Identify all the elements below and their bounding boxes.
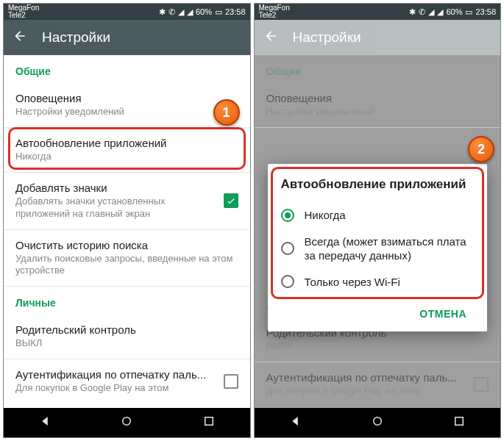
item-notifications-sub: Настройки уведомлений: [15, 106, 238, 118]
item-add-icons-sub: Добавлять значки установленных приложени…: [15, 196, 218, 220]
nav-bar-r: [255, 408, 501, 437]
item-fingerprint-title: Аутентификация по отпечатку паль...: [15, 368, 218, 381]
battery-pct-r: 60%: [446, 7, 462, 16]
page-title: Настройки: [42, 29, 110, 46]
status-bar-r: MegaFon Tele2 ✱ ✆ ◢ ◢ 60% ▭ 23:58: [255, 4, 501, 20]
cancel-button[interactable]: ОТМЕНА: [412, 302, 474, 326]
page-title-r: Настройки: [293, 29, 361, 46]
signal-2-icon: ◢: [437, 7, 443, 17]
item-clear-history-title: Очистить историю поиска: [15, 239, 238, 251]
radio-always-label: Всегда (может взиматься плата за передач…: [305, 234, 475, 263]
item-clear-history[interactable]: Очистить историю поиска Удалить поисковы…: [4, 230, 250, 287]
status-right-r: ✱ ✆ ◢ ◢ 60% ▭ 23:58: [409, 7, 496, 17]
nav-recent-icon[interactable]: [452, 415, 466, 431]
nav-recent-icon[interactable]: [202, 415, 216, 431]
item-autoupdate-title: Автообновление приложений: [15, 137, 238, 149]
battery-icon: ▭: [465, 7, 472, 17]
status-bar: MegaFon Tele2 ✱ ✆ ◢ ◢ 60% ▭ 23:58: [4, 4, 250, 20]
svg-rect-3: [455, 417, 464, 426]
vibrate-icon: ✆: [419, 7, 425, 17]
settings-content-r: Общие Оповещения Настройки уведомлений Л…: [255, 55, 501, 408]
radio-option-wifi[interactable]: Только через Wi-Fi: [281, 269, 475, 295]
radio-wifi[interactable]: [281, 275, 294, 288]
nav-home-icon[interactable]: [371, 415, 384, 431]
radio-option-always[interactable]: Всегда (может взиматься плата за передач…: [281, 229, 475, 269]
checkbox-add-icons[interactable]: [224, 193, 238, 208]
signal-1-icon: ◢: [178, 7, 184, 17]
item-add-icons[interactable]: Добавлять значки Добавлять значки устано…: [4, 173, 250, 230]
radio-wifi-label: Только через Wi-Fi: [305, 275, 400, 290]
autoupdate-dialog: Автообновление приложений Никогда Всегда…: [268, 164, 488, 331]
item-add-icons-title: Добавлять значки: [15, 182, 218, 194]
radio-never[interactable]: [281, 209, 294, 222]
svg-point-2: [374, 417, 382, 426]
carrier-2: Tele2: [8, 12, 39, 19]
item-parental-title: Родительский контроль: [15, 323, 238, 336]
nav-back-icon[interactable]: [288, 415, 302, 431]
item-notifications[interactable]: Оповещения Настройки уведомлений: [4, 83, 250, 128]
back-icon-r: [263, 29, 278, 46]
item-parental[interactable]: Родительский контроль ВЫКЛ: [4, 315, 250, 359]
settings-content: Общие Оповещения Настройки уведомлений А…: [4, 55, 250, 408]
signal-1-icon: ◢: [428, 7, 434, 17]
section-general: Общие: [4, 55, 250, 83]
nav-back-icon[interactable]: [38, 415, 52, 431]
item-notifications-title: Оповещения: [15, 92, 238, 104]
svg-point-0: [123, 417, 131, 426]
phone-left: MegaFon Tele2 ✱ ✆ ◢ ◢ 60% ▭ 23:58 Настро…: [3, 3, 251, 438]
section-general-r: Общие: [255, 55, 501, 83]
nav-bar: [4, 408, 250, 437]
back-icon[interactable]: [13, 29, 27, 46]
item-fingerprint[interactable]: Аутентификация по отпечатку паль... Для …: [4, 359, 250, 404]
item-fingerprint-sub: Для покупок в Google Play на этом: [15, 382, 218, 395]
battery-icon: ▭: [215, 7, 222, 17]
app-bar-r: Настройки: [255, 20, 501, 55]
status-carriers: MegaFon Tele2: [8, 4, 39, 19]
radio-always[interactable]: [281, 242, 294, 255]
item-parental-sub: ВЫКЛ: [15, 337, 238, 350]
carrier-2-r: Tele2: [259, 12, 290, 19]
clock-r: 23:58: [475, 7, 496, 16]
status-right: ✱ ✆ ◢ ◢ 60% ▭ 23:58: [159, 7, 246, 17]
item-fingerprint-r: Аутентификация по отпечатку паль... Для …: [255, 362, 501, 406]
checkbox-fingerprint[interactable]: [224, 374, 238, 389]
radio-never-label: Никогда: [305, 208, 346, 223]
item-notifications-r: Оповещения Настройки уведомлений: [255, 83, 501, 128]
item-autoupdate[interactable]: Автообновление приложений Никогда: [4, 128, 250, 173]
radio-option-never[interactable]: Никогда: [281, 202, 475, 229]
item-autoupdate-sub: Никогда: [15, 151, 238, 163]
phone-right: MegaFon Tele2 ✱ ✆ ◢ ◢ 60% ▭ 23:58 Настро…: [254, 3, 502, 438]
nav-home-icon[interactable]: [120, 415, 133, 431]
bluetooth-icon: ✱: [159, 7, 166, 17]
signal-2-icon: ◢: [187, 7, 193, 17]
dialog-title: Автообновление приложений: [281, 177, 475, 192]
bluetooth-icon: ✱: [409, 7, 416, 17]
app-bar: Настройки: [4, 20, 250, 55]
item-clear-history-sub: Удалить поисковые запросы, введенные на …: [15, 253, 238, 278]
svg-rect-1: [205, 417, 213, 426]
status-carriers-r: MegaFon Tele2: [259, 4, 290, 19]
vibrate-icon: ✆: [168, 7, 175, 17]
battery-pct: 60%: [196, 7, 212, 16]
clock: 23:58: [225, 7, 246, 16]
section-personal: Личные: [4, 287, 250, 315]
